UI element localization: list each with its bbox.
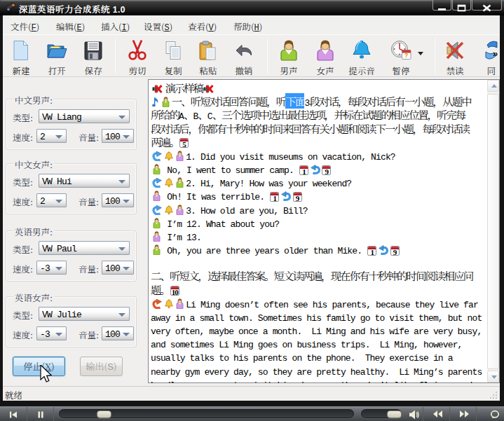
svg-text:?: ? — [404, 52, 408, 59]
